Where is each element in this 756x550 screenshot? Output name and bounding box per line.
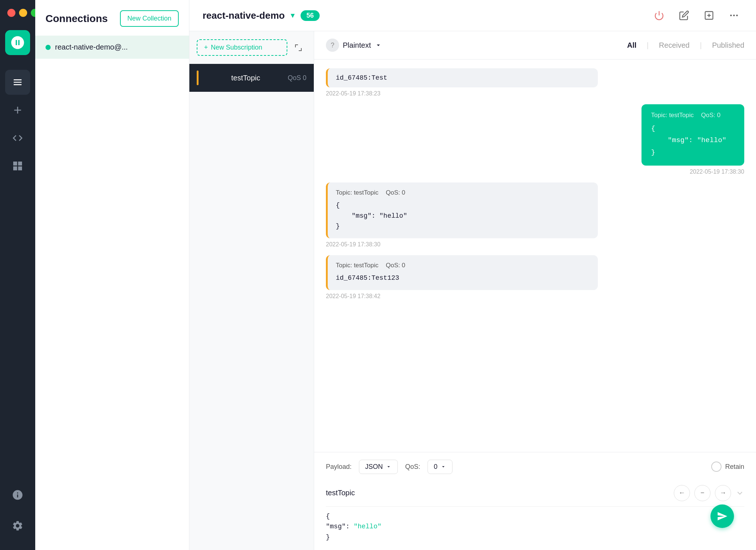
filter-all-tab[interactable]: All xyxy=(627,41,637,50)
ellipsis-icon xyxy=(729,10,739,21)
sidebar-item-dashboard[interactable] xyxy=(5,153,30,178)
qos-selector[interactable]: 0 xyxy=(428,460,452,474)
traffic-lights xyxy=(0,9,39,17)
compose-value: "hello" xyxy=(354,523,382,530)
more-button[interactable] xyxy=(725,7,743,24)
content-row: + New Subscription testTopic QoS 0 xyxy=(189,31,756,550)
add-icon xyxy=(12,104,23,116)
message-topic: Topic: testTopic xyxy=(336,262,378,269)
message-text: id_67485:Test xyxy=(336,74,590,82)
connections-header: Connections New Collection xyxy=(35,0,189,36)
message-bubble: Topic: testTopic QoS: 0 id_67485:Test123 xyxy=(326,255,598,290)
expand-icon[interactable] xyxy=(735,489,744,497)
connection-name: react-native-demo@... xyxy=(55,43,128,51)
top-bar: react-native-demo ▾ 56 xyxy=(189,0,756,31)
sidebar-item-info[interactable] xyxy=(5,482,30,507)
send-button[interactable] xyxy=(710,504,734,528)
main-content: react-native-demo ▾ 56 xyxy=(189,0,756,550)
power-button[interactable] xyxy=(650,7,668,24)
format-selector[interactable]: ? Plaintext xyxy=(326,39,382,52)
message-meta: Topic: testTopic QoS: 0 xyxy=(336,189,590,196)
filter-tabs: All | Received | Published xyxy=(627,41,744,50)
sidebar-item-connections[interactable] xyxy=(5,70,30,95)
chevron-down-icon xyxy=(440,464,446,470)
message-timestamp: 2022-05-19 17:38:23 xyxy=(326,90,381,97)
clear-button[interactable]: − xyxy=(694,485,710,501)
message-body: { "msg": "hello" } xyxy=(651,123,735,158)
top-actions xyxy=(650,7,743,24)
subscriptions-panel: + New Subscription testTopic QoS 0 xyxy=(189,31,314,550)
code-icon xyxy=(12,132,23,144)
message-qos: QoS: 0 xyxy=(386,189,405,196)
sidebar-item-code[interactable] xyxy=(5,126,30,151)
payload-label: Payload: xyxy=(326,463,352,471)
svg-point-2 xyxy=(733,15,735,17)
topic-name: testTopic xyxy=(231,74,260,82)
back-button[interactable]: ← xyxy=(674,485,690,501)
filter-received-tab[interactable]: Received xyxy=(659,41,690,50)
plus-square-icon xyxy=(704,10,714,21)
message-qos: QoS: 0 xyxy=(701,112,720,119)
new-collection-button[interactable]: New Collection xyxy=(120,10,179,27)
minimize-button[interactable] xyxy=(19,9,27,17)
sidebar xyxy=(0,0,35,550)
topic-input-row: ← − → xyxy=(326,480,744,507)
filter-published-tab[interactable]: Published xyxy=(712,41,744,50)
svg-point-1 xyxy=(730,15,732,17)
format-icon: ? xyxy=(326,39,339,52)
edit-button[interactable] xyxy=(675,7,693,24)
edit-icon xyxy=(679,10,689,21)
topic-qos: QoS 0 xyxy=(288,74,306,82)
message-meta: Topic: testTopic QoS: 0 xyxy=(336,262,590,269)
messages-header: ? Plaintext All | Received | Published xyxy=(314,31,756,59)
plus-icon: + xyxy=(204,44,208,51)
message-count-badge: 56 xyxy=(301,10,320,21)
payload-format-value: JSON xyxy=(365,463,383,471)
new-subscription-button[interactable]: + New Subscription xyxy=(197,39,287,56)
send-icon xyxy=(717,511,728,522)
message-item: id_67485:Test 2022-05-19 17:38:23 xyxy=(326,68,598,97)
message-qos: QoS: 0 xyxy=(386,262,405,269)
collapse-icon xyxy=(294,43,303,52)
forward-button[interactable]: → xyxy=(715,485,731,501)
subscriptions-header: + New Subscription xyxy=(189,31,314,64)
dropdown-arrow[interactable]: ▾ xyxy=(291,11,295,20)
chevron-down-icon xyxy=(386,464,392,470)
power-icon xyxy=(654,10,664,21)
logo-icon xyxy=(10,35,25,50)
connection-info: react-native-demo ▾ 56 xyxy=(203,10,320,21)
topic-color-indicator xyxy=(197,70,199,85)
qos-value: 0 xyxy=(434,463,437,471)
message-item-sent: Topic: testTopic QoS: 0 { "msg": "hello"… xyxy=(641,104,744,175)
sidebar-bottom xyxy=(5,482,30,541)
compose-controls: Payload: JSON QoS: 0 Retain xyxy=(326,460,744,474)
connection-item[interactable]: react-native-demo@... xyxy=(35,36,189,59)
message-bubble-received: id_67485:Test xyxy=(326,68,598,87)
compose-body[interactable]: { "msg": "hello" } xyxy=(326,511,744,543)
info-icon xyxy=(12,489,23,501)
topic-input[interactable] xyxy=(326,489,674,497)
connections-icon xyxy=(12,76,23,88)
message-body: id_67485:Test123 xyxy=(336,273,590,283)
gear-icon xyxy=(12,520,23,532)
retain-toggle[interactable]: Retain xyxy=(711,462,744,472)
sidebar-item-add[interactable] xyxy=(5,98,30,123)
collapse-button[interactable] xyxy=(290,40,306,56)
compose-body-line1: { xyxy=(326,513,330,520)
message-bubble: Topic: testTopic QoS: 0 { "msg": "hello"… xyxy=(326,182,598,238)
message-timestamp-sent: 2022-05-19 17:38:30 xyxy=(690,169,744,175)
compose-actions: ← − → xyxy=(674,485,731,501)
message-body: { "msg": "hello" } xyxy=(336,200,590,232)
sidebar-item-settings[interactable] xyxy=(5,513,30,538)
add-button[interactable] xyxy=(700,7,718,24)
message-topic: Topic: testTopic xyxy=(336,189,378,196)
connection-display-name: react-native-demo xyxy=(203,10,285,21)
retain-label: Retain xyxy=(725,463,744,471)
close-button[interactable] xyxy=(7,9,15,17)
chevron-down-icon xyxy=(375,41,382,49)
new-subscription-label: New Subscription xyxy=(211,44,262,51)
payload-format-selector[interactable]: JSON xyxy=(359,460,398,474)
message-timestamp: 2022-05-19 17:38:30 xyxy=(326,241,381,248)
message-meta: Topic: testTopic QoS: 0 xyxy=(651,112,735,119)
topic-item[interactable]: testTopic QoS 0 xyxy=(189,64,314,92)
